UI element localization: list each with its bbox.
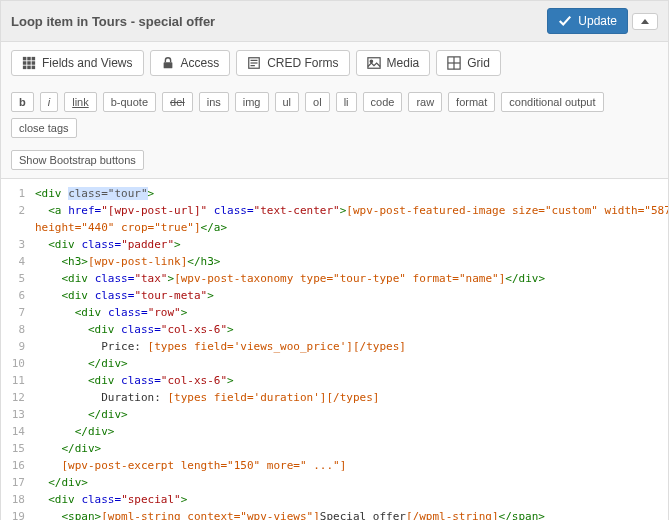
qt-close-tags[interactable]: close tags	[11, 118, 77, 138]
qt-img[interactable]: img	[235, 92, 269, 112]
qt-bquote[interactable]: b-quote	[103, 92, 156, 112]
qt-format[interactable]: format	[448, 92, 495, 112]
svg-rect-14	[367, 58, 379, 69]
qt-ul[interactable]: ul	[275, 92, 300, 112]
image-icon	[367, 56, 381, 70]
access-button[interactable]: Access	[150, 50, 231, 76]
qt-bootstrap-buttons[interactable]: Show Bootstrap buttons	[11, 150, 144, 170]
qt-raw[interactable]: raw	[408, 92, 442, 112]
svg-rect-8	[32, 66, 36, 70]
check-icon	[558, 14, 572, 28]
cred-forms-button[interactable]: CRED Forms	[236, 50, 349, 76]
qt-link[interactable]: link	[64, 92, 97, 112]
header-caret-button[interactable]	[632, 13, 658, 30]
update-button-label: Update	[578, 14, 617, 28]
svg-rect-2	[32, 57, 36, 61]
qt-bold[interactable]: b	[11, 92, 34, 112]
svg-rect-9	[163, 62, 172, 68]
html-editor[interactable]: 123456789101112131415161718192021 <div c…	[0, 179, 669, 520]
svg-rect-6	[23, 66, 27, 70]
svg-rect-5	[32, 61, 36, 65]
grid-button[interactable]: Grid	[436, 50, 501, 76]
svg-rect-0	[23, 57, 27, 61]
qt-ol[interactable]: ol	[305, 92, 330, 112]
panel-title: Loop item in Tours - special offer	[11, 14, 547, 29]
svg-point-15	[370, 60, 372, 62]
qt-code[interactable]: code	[363, 92, 403, 112]
html-editor-gutter: 123456789101112131415161718192021	[1, 179, 31, 520]
toolbar-primary: Fields and Views Access CRED Forms Media…	[0, 42, 669, 84]
svg-rect-7	[27, 66, 31, 70]
qt-li[interactable]: li	[336, 92, 357, 112]
svg-rect-4	[27, 61, 31, 65]
layout-grid-icon	[447, 56, 461, 70]
panel-header: Loop item in Tours - special offer Updat…	[0, 0, 669, 42]
qt-italic[interactable]: i	[40, 92, 58, 112]
qt-del[interactable]: del	[162, 92, 193, 112]
media-button[interactable]: Media	[356, 50, 431, 76]
grid-dots-icon	[22, 56, 36, 70]
update-button[interactable]: Update	[547, 8, 628, 34]
fields-and-views-button[interactable]: Fields and Views	[11, 50, 144, 76]
form-icon	[247, 56, 261, 70]
quicktags-toolbar: b i link b-quote del ins img ul ol li co…	[0, 84, 669, 179]
qt-conditional-output[interactable]: conditional output	[501, 92, 603, 112]
lock-icon	[161, 56, 175, 70]
svg-rect-3	[23, 61, 27, 65]
qt-ins[interactable]: ins	[199, 92, 229, 112]
html-editor-content[interactable]: <div class="tour"> <a href="[wpv-post-ur…	[31, 179, 668, 520]
svg-rect-1	[27, 57, 31, 61]
caret-up-icon	[641, 19, 649, 24]
